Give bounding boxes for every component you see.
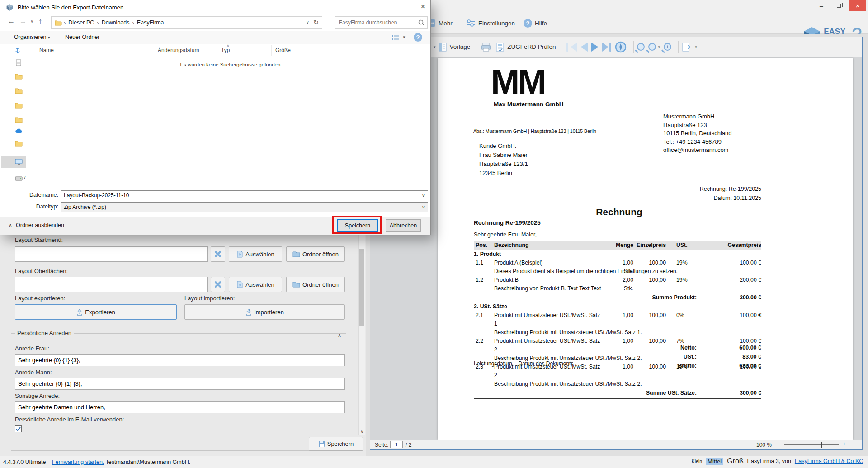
view-caret-icon[interactable]: ▾ xyxy=(403,35,405,39)
address-caret-icon[interactable]: ∨ xyxy=(306,19,309,24)
layout-surfaces-input[interactable] xyxy=(15,277,208,292)
help-button[interactable]: ? Hilfe xyxy=(524,16,547,30)
page-number-input[interactable] xyxy=(390,441,403,448)
open-folder-startmenu-button[interactable]: Ordner öffnen xyxy=(286,246,345,262)
last-page-button[interactable] xyxy=(602,43,611,52)
previous-page-button[interactable] xyxy=(580,43,588,52)
column-name[interactable]: Name xyxy=(27,45,154,56)
font-size-large-button[interactable]: Groß xyxy=(727,457,743,465)
font-size-small-button[interactable]: Klein xyxy=(692,459,702,464)
zoom-slider-track[interactable] xyxy=(784,444,839,445)
back-icon[interactable]: ← xyxy=(8,17,15,25)
salutation-email-checkbox[interactable] xyxy=(15,425,22,432)
font-size-medium-button[interactable]: Mittel xyxy=(706,458,723,465)
panel-scrollbar[interactable]: ∨ xyxy=(358,235,365,435)
salutation-male-input[interactable] xyxy=(15,378,345,390)
search-input[interactable] xyxy=(339,19,415,27)
onedrive-cloud-icon[interactable] xyxy=(15,128,23,135)
layout-export-label: Layout exportieren: xyxy=(15,295,65,302)
open-folder-surfaces-button[interactable]: Ordner öffnen xyxy=(286,277,345,292)
document-icon[interactable] xyxy=(15,59,23,66)
folder-icon[interactable] xyxy=(15,140,23,147)
view-icon[interactable] xyxy=(392,34,399,41)
table-row-description: Beschreibung Produkt mit Umsatzsteuer US… xyxy=(474,380,761,388)
zoom-slider-handle[interactable] xyxy=(821,442,822,448)
close-button[interactable]: × xyxy=(849,0,866,11)
export-document-button[interactable]: ▾ xyxy=(682,42,697,52)
search-box[interactable] xyxy=(335,16,428,29)
more-button[interactable]: Mehr xyxy=(428,16,453,30)
forward-icon[interactable]: → xyxy=(19,17,27,25)
zoom-minus-icon[interactable]: − xyxy=(778,441,782,447)
dialog-close-icon[interactable]: × xyxy=(421,3,425,11)
panel-save-label: Speichern xyxy=(327,440,354,447)
clear-x-icon xyxy=(214,251,222,258)
column-type[interactable]: Typ xyxy=(217,45,272,56)
remote-support-link[interactable]: Fernwartung starten. xyxy=(52,459,104,465)
filename-caret-icon[interactable]: ∨ xyxy=(422,193,425,198)
clear-startmenu-button[interactable] xyxy=(211,246,225,262)
cancel-button[interactable]: Abbrechen xyxy=(386,219,421,232)
folder-icon[interactable] xyxy=(15,116,23,123)
nav-expand-icon[interactable]: ∨ xyxy=(23,175,26,180)
brand-link[interactable]: EasyFirma GmbH & Co KG xyxy=(795,458,863,464)
folder-icon[interactable] xyxy=(15,102,23,109)
settings-button[interactable]: Einstellungen xyxy=(466,16,515,30)
history-caret-icon[interactable]: ∨ xyxy=(30,19,33,24)
hard-drive-icon[interactable] xyxy=(15,175,23,182)
template-button[interactable]: Vorlage xyxy=(439,42,471,52)
zoom-plus-icon[interactable]: + xyxy=(843,441,846,447)
column-size[interactable]: Größe xyxy=(272,45,311,56)
breadcrumb-easyfirma[interactable]: EasyFirma xyxy=(134,19,167,26)
minimize-button[interactable]: – xyxy=(815,0,828,11)
this-pc-monitor-icon[interactable] xyxy=(15,159,23,165)
export-button[interactable]: Exportieren xyxy=(15,304,177,320)
organize-button[interactable]: Organisieren ▾ xyxy=(14,34,50,40)
import-label: Importieren xyxy=(254,309,284,316)
save-button[interactable]: Speichern xyxy=(337,219,378,232)
next-page-button[interactable] xyxy=(591,43,599,52)
salutation-female-input[interactable] xyxy=(15,354,345,366)
salutation-other-input[interactable] xyxy=(15,401,345,413)
choose-startmenu-button[interactable]: Auswählen xyxy=(229,246,282,262)
collapse-group-icon[interactable]: ∧ xyxy=(338,332,341,338)
choose-surfaces-button[interactable]: Auswählen xyxy=(229,277,282,292)
zoom-out-icon: − xyxy=(637,43,645,51)
panel-save-button[interactable]: Speichern xyxy=(309,437,363,451)
zugferd-label: ZUGFeRD Prüfen xyxy=(507,43,556,50)
filename-input[interactable] xyxy=(61,190,428,200)
pan-tool-button[interactable] xyxy=(615,41,627,53)
scrollbar-down-icon[interactable]: ∨ xyxy=(359,428,366,435)
salutation-male-label: Anrede Mann: xyxy=(15,369,52,376)
new-folder-button[interactable]: Neuer Ordner xyxy=(65,34,99,40)
preview-panel: ▾ Vorlage ZUGFeRD Prüfen xyxy=(370,37,863,450)
zoom-in-button[interactable]: + xyxy=(664,43,671,51)
upload-icon xyxy=(76,309,83,316)
folder-icon[interactable] xyxy=(15,87,23,94)
zoom-button[interactable]: ▾ xyxy=(648,43,660,51)
search-icon[interactable] xyxy=(418,19,425,26)
restore-button[interactable] xyxy=(832,0,845,11)
breadcrumb-dieser-pc[interactable]: Dieser PC xyxy=(66,19,97,26)
next-page-icon xyxy=(591,43,599,52)
up-icon[interactable]: ↑ xyxy=(38,17,42,25)
address-bar[interactable]: › Dieser PC › Downloads › EasyFirma ∨ ↻ xyxy=(51,16,322,29)
layout-startmenu-input[interactable] xyxy=(15,246,208,262)
refresh-icon[interactable]: ↻ xyxy=(313,19,319,26)
zoom-out-button[interactable]: − xyxy=(637,43,645,51)
print-button[interactable] xyxy=(481,42,491,52)
scroll-up-icon[interactable] xyxy=(15,47,23,54)
clear-surfaces-button[interactable] xyxy=(211,277,225,292)
breadcrumb-downloads[interactable]: Downloads xyxy=(99,19,132,26)
dialog-help-icon[interactable]: ? xyxy=(414,33,422,42)
import-button[interactable]: Importieren xyxy=(184,304,345,320)
column-date[interactable]: Änderungsdatum xyxy=(154,45,217,56)
filetype-select[interactable]: Zip Archive (*.zip) xyxy=(61,202,428,212)
hidden-button-caret-icon[interactable]: ▾ xyxy=(434,45,436,49)
filetype-caret-icon[interactable]: ∨ xyxy=(422,204,425,209)
first-page-button[interactable] xyxy=(566,43,577,52)
hide-folders-button[interactable]: Ordner ausblenden xyxy=(16,222,64,228)
folder-icon[interactable] xyxy=(15,73,23,80)
scrollbar-thumb[interactable] xyxy=(359,249,364,326)
zugferd-check-button[interactable]: ZUGFeRD Prüfen xyxy=(495,42,556,52)
